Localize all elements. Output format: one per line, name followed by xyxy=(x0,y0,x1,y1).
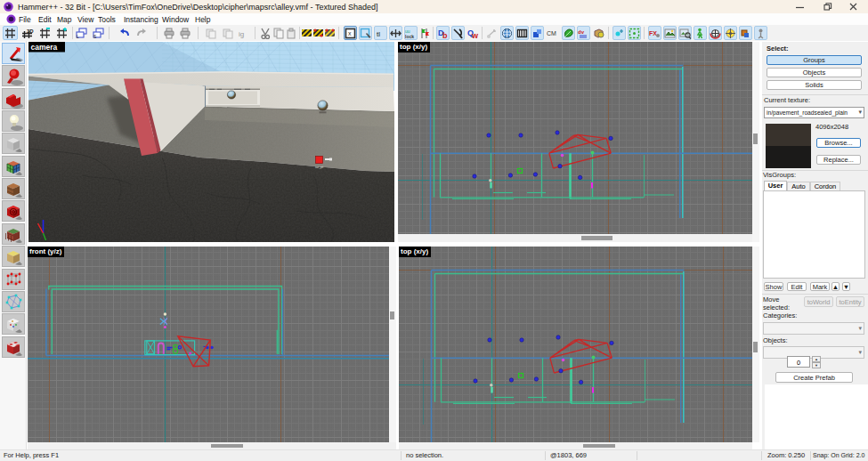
svg-text:x: x xyxy=(348,30,352,36)
svg-text:tar_pt: tar_pt xyxy=(315,166,323,169)
svg-text:L: L xyxy=(77,34,79,39)
svg-text:camera: camera xyxy=(31,43,58,52)
svg-text:b: b xyxy=(442,31,448,39)
svg-text:tl: tl xyxy=(377,30,380,38)
svg-text:CM: CM xyxy=(547,30,556,36)
svg-text:FX: FX xyxy=(649,30,657,36)
svg-text:dv: dv xyxy=(578,29,585,35)
svg-text:ig: ig xyxy=(239,30,244,38)
svg-text:lock: lock xyxy=(405,34,414,39)
svg-text:w: w xyxy=(471,31,479,39)
